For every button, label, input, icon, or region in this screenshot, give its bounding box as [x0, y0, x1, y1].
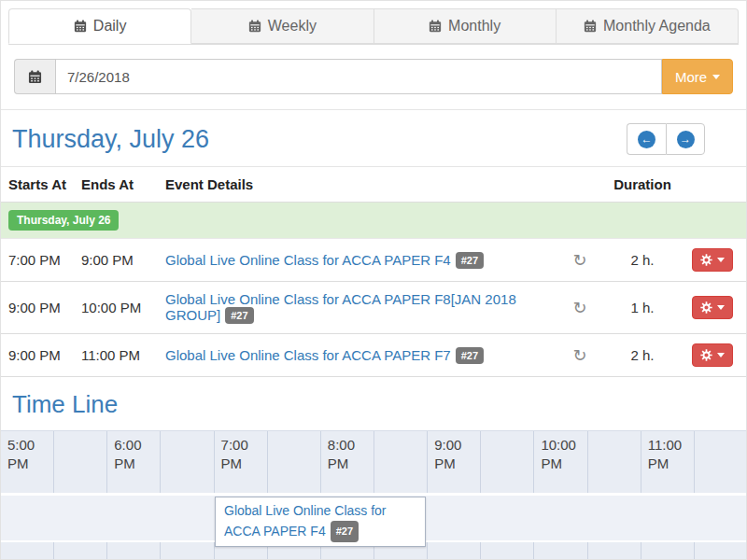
event-count-badge: #27	[456, 252, 484, 269]
tab-daily[interactable]: Daily	[8, 8, 191, 44]
next-day-button[interactable]: →	[666, 123, 705, 155]
tab-label: Monthly	[448, 18, 500, 35]
tab-label: Monthly Agenda	[603, 18, 711, 35]
repeat-icon[interactable]: ↻	[572, 251, 586, 270]
table-header-row: Starts At Ends At Event Details Duration	[1, 166, 746, 203]
day-header: Thursday, July 26 ← →	[1, 110, 746, 166]
caret-down-icon	[712, 75, 720, 79]
header-starts-at: Starts At	[1, 167, 74, 202]
timeline-event-row: Global Live Online Class for ACCA PAPER …	[1, 496, 746, 542]
day-nav-group: ← →	[627, 123, 705, 155]
timeline-slot-cell[interactable]	[481, 542, 534, 559]
tab-monthly-agenda[interactable]: Monthly Agenda	[557, 8, 739, 44]
timeline-hour-cell[interactable]: 8:00 PM	[321, 431, 374, 493]
date-group-row: Thursday, July 26	[1, 203, 746, 239]
arrow-circle-right-icon: →	[677, 131, 695, 148]
timeline-slot-cell[interactable]	[534, 542, 587, 559]
date-input-group: More	[14, 59, 733, 94]
event-starts-at: 9:00 PM	[1, 290, 74, 325]
header-refresh-spacer	[554, 167, 606, 202]
timeline-hour-cell[interactable]: 6:00 PM	[107, 431, 161, 493]
timeline-hour-cell[interactable]: 10:00 PM	[534, 431, 587, 493]
previous-day-button[interactable]: ←	[627, 123, 666, 155]
calendar-icon	[584, 20, 597, 33]
header-duration: Duration	[606, 167, 679, 202]
timeline-half-hour-cell[interactable]	[374, 431, 428, 493]
event-row: 9:00 PM 11:00 PM Global Live Online Clas…	[1, 334, 746, 377]
timeline-half-hour-cell[interactable]	[588, 431, 641, 493]
timeline-half-hour-cell[interactable]	[481, 431, 534, 493]
tab-label: Daily	[93, 18, 127, 35]
calendar-icon	[74, 20, 87, 33]
timeline-slot-cell[interactable]	[428, 542, 481, 559]
header-ends-at: Ends At	[74, 167, 158, 202]
calendar-icon	[248, 20, 261, 33]
view-tabs: Daily Weekly Monthly Monthly Agenda	[8, 8, 739, 45]
event-details: Global Live Online Class for ACCA PAPER …	[158, 338, 554, 373]
tab-monthly[interactable]: Monthly	[374, 8, 557, 44]
timeline-slot-cell[interactable]	[588, 542, 641, 559]
event-starts-at: 7:00 PM	[1, 243, 74, 277]
calendar-icon	[28, 70, 42, 84]
timeline-slot-cell[interactable]	[54, 542, 107, 559]
timeline-slot-cell[interactable]	[1, 542, 54, 559]
day-title: Thursday, July 26	[12, 125, 209, 154]
event-count-badge: #27	[456, 347, 484, 364]
event-ends-at: 11:00 PM	[74, 338, 158, 372]
event-title-link[interactable]: Global Live Online Class for ACCA PAPER …	[165, 252, 451, 268]
date-input[interactable]	[55, 59, 662, 94]
calendar-icon	[429, 20, 442, 33]
tab-label: Weekly	[268, 18, 317, 35]
caret-down-icon	[717, 305, 725, 310]
date-toolbar: More	[1, 45, 746, 110]
header-event-details: Event Details	[158, 167, 554, 202]
timeline-slot-cell[interactable]	[641, 542, 695, 559]
more-button-label: More	[675, 69, 707, 85]
gear-icon	[700, 301, 712, 314]
timeline-hour-cell[interactable]: 9:00 PM	[428, 431, 481, 493]
gear-icon	[700, 254, 712, 266]
timeline-slot-cell[interactable]	[161, 542, 214, 559]
event-ends-at: 10:00 PM	[74, 290, 158, 325]
event-title-link[interactable]: Global Live Online Class for ACCA PAPER …	[165, 347, 451, 363]
timeline-title: Time Line	[1, 377, 746, 430]
calendar-addon-button[interactable]	[14, 59, 55, 94]
caret-down-icon	[717, 258, 725, 262]
event-actions-button[interactable]	[692, 343, 733, 367]
more-button[interactable]: More	[662, 59, 733, 94]
timeline-event-box[interactable]: Global Live Online Class for ACCA PAPER …	[215, 497, 426, 547]
event-row: 7:00 PM 9:00 PM Global Live Online Class…	[1, 239, 746, 282]
event-duration: 2 h.	[606, 243, 679, 277]
event-actions-button[interactable]	[692, 296, 733, 319]
event-actions-button[interactable]	[692, 248, 733, 272]
arrow-circle-left-icon: ←	[638, 131, 655, 148]
timeline-hour-cell[interactable]: 11:00 PM	[641, 431, 695, 493]
event-ends-at: 9:00 PM	[74, 243, 158, 277]
timeline-hours-header: 5:00 PM6:00 PM7:00 PM8:00 PM9:00 PM10:00…	[1, 430, 746, 494]
events-table: Starts At Ends At Event Details Duration…	[1, 166, 746, 377]
timeline-half-hour-cell[interactable]	[161, 431, 214, 493]
event-row: 9:00 PM 10:00 PM Global Live Online Clas…	[1, 282, 746, 334]
repeat-icon[interactable]: ↻	[572, 346, 586, 365]
event-starts-at: 9:00 PM	[1, 338, 74, 372]
timeline-event-link[interactable]: Global Live Online Class for ACCA PAPER …	[224, 503, 387, 539]
timeline-slot-cell[interactable]	[107, 542, 161, 559]
timeline-hour-cell[interactable]: 5:00 PM	[1, 431, 54, 493]
timeline-hour-cell[interactable]: 7:00 PM	[215, 431, 268, 493]
scheduler-app: Daily Weekly Monthly Monthly Agenda More	[0, 0, 747, 560]
caret-down-icon	[717, 353, 725, 357]
timeline-event-badge: #27	[331, 521, 359, 542]
event-details: Global Live Online Class for ACCA PAPER …	[158, 282, 554, 333]
event-title-link[interactable]: Global Live Online Class for ACCA PAPER …	[165, 291, 516, 323]
timeline-slot-cell[interactable]	[695, 542, 747, 559]
tab-weekly[interactable]: Weekly	[191, 8, 374, 44]
timeline-half-hour-cell[interactable]	[54, 431, 107, 493]
timeline-half-hour-cell[interactable]	[268, 431, 321, 493]
event-count-badge: #27	[225, 307, 253, 324]
event-details: Global Live Online Class for ACCA PAPER …	[158, 243, 554, 278]
date-group-badge: Thursday, July 26	[8, 210, 119, 231]
header-actions-spacer	[679, 167, 746, 202]
repeat-icon[interactable]: ↻	[572, 299, 586, 317]
timeline-half-hour-cell[interactable]	[695, 431, 747, 493]
event-duration: 2 h.	[606, 338, 679, 372]
